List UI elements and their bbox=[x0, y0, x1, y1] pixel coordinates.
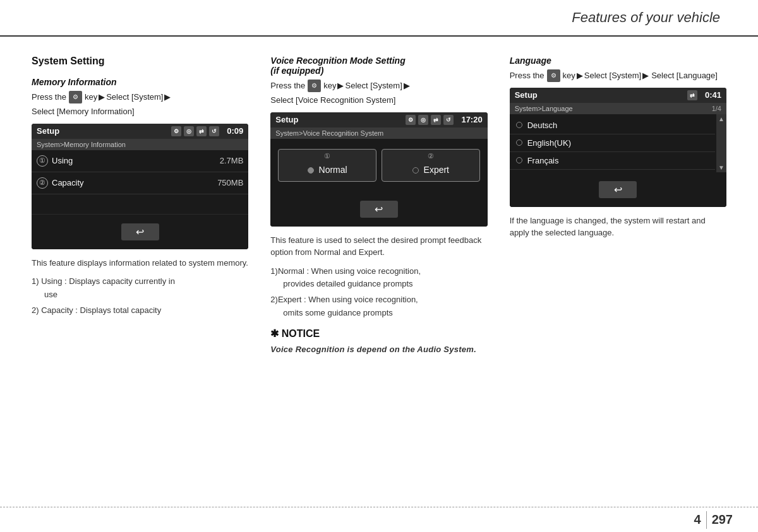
vr-icon-arrows: ⇄ bbox=[431, 115, 441, 125]
lang-select-system: Select [System] bbox=[584, 69, 641, 83]
lang-arrow1: ▶ bbox=[577, 69, 583, 83]
lang-item-francais[interactable]: Français bbox=[510, 152, 715, 170]
sub-title-language: Language bbox=[510, 56, 726, 66]
memory-screen-icons: ⚙ ◎ ⇄ ↺ 0:09 bbox=[171, 126, 243, 136]
vr-icon-gear: ⚙ bbox=[406, 115, 416, 125]
memory-back-btn[interactable]: ↩ bbox=[121, 223, 159, 240]
vr-title-line2: (if equipped) bbox=[270, 66, 323, 76]
scroll-down-icon: ▼ bbox=[718, 164, 725, 171]
vr-normal-dot bbox=[308, 167, 314, 174]
lang-item-english[interactable]: English(UK) bbox=[510, 134, 715, 152]
vr-expert-label: Expert bbox=[424, 165, 449, 175]
vr-list1-main: 1)Normal : When using voice recognition, bbox=[270, 266, 421, 276]
lang-screen-title: Setup bbox=[515, 90, 538, 100]
lang-screen-icons: ⇄ 0:41 bbox=[687, 90, 721, 100]
sub-title-vr: Voice Recognition Mode Setting (if equip… bbox=[270, 56, 487, 76]
memory-capacity-label: ② Capacity bbox=[37, 177, 84, 189]
lang-screen-time: 0:41 bbox=[705, 90, 721, 100]
press-text: Press the bbox=[32, 91, 66, 104]
lang-icon-arrows: ⇄ bbox=[687, 90, 697, 100]
lang-screen-subheader: System>Language 1/4 bbox=[510, 103, 726, 114]
arrow-icon2: ▶ bbox=[164, 91, 171, 104]
memory-empty-row bbox=[32, 194, 248, 215]
lang-label-deutsch: Deutsch bbox=[527, 121, 558, 130]
key-icon-lang: ⚙ bbox=[547, 69, 560, 82]
page-footer: 4 297 bbox=[0, 507, 758, 532]
key-icon-memory: ⚙ bbox=[69, 91, 82, 103]
memory-press-instruction: Press the ⚙ key ▶ Select [System] ▶ Sele… bbox=[32, 91, 248, 119]
capacity-value: 750MB bbox=[217, 178, 243, 187]
select-system-text: Select [System] bbox=[106, 91, 163, 104]
lang-screen: Setup ⇄ 0:41 System>Language 1/4 Deutsch bbox=[510, 88, 726, 207]
memory-subheader-text: System>Memory Information bbox=[37, 141, 126, 148]
vr-icon-refresh: ↺ bbox=[443, 115, 454, 125]
vr-screen-header: Setup ⚙ ◎ ⇄ ↺ 17:20 bbox=[270, 112, 487, 127]
memory-using-label: ① Using bbox=[37, 155, 73, 167]
lang-back-btn[interactable]: ↩ bbox=[599, 181, 637, 198]
lang-dot-deutsch bbox=[516, 122, 522, 128]
header-title: Features of your vehicle bbox=[572, 9, 720, 26]
vr-arrow1: ▶ bbox=[337, 80, 344, 93]
vr-back-btn[interactable]: ↩ bbox=[360, 201, 398, 218]
using-value: 2.7MB bbox=[220, 156, 244, 165]
gear-icon: ⚙ bbox=[73, 92, 78, 102]
section-title-system: System Setting bbox=[32, 56, 248, 67]
lang-fraction: 1/4 bbox=[712, 105, 721, 112]
vr-list1-indent: provides detailed guidance prompts bbox=[283, 279, 412, 288]
vr-expert-dot bbox=[412, 167, 419, 174]
lang-scrollbar[interactable]: ▲ ▼ bbox=[716, 114, 726, 172]
vr-normal-label: Normal bbox=[319, 165, 347, 175]
arrow-icon: ▶ bbox=[99, 91, 105, 104]
memory-screen: Setup ⚙ ◎ ⇄ ↺ 0:09 System>Memory Informa… bbox=[32, 124, 248, 249]
vr-num-1: ① bbox=[324, 152, 330, 160]
lang-desc: If the language is changed, the system w… bbox=[510, 215, 726, 239]
circle-num-1: ① bbox=[37, 155, 48, 167]
vr-press-instruction: Press the ⚙ key ▶ Select [System] ▶ Sele… bbox=[270, 80, 487, 107]
lang-screen-header: Setup ⇄ 0:41 bbox=[510, 88, 726, 103]
lang-list: Deutsch English(UK) Français bbox=[510, 114, 726, 172]
screen-icon-refresh: ↺ bbox=[209, 126, 219, 136]
vr-title-line1: Voice Recognition Mode Setting bbox=[270, 56, 405, 66]
memory-desc: This feature displays information relate… bbox=[32, 257, 248, 269]
notice-title: ✱ NOTICE bbox=[270, 328, 487, 340]
vr-arrow2: ▶ bbox=[404, 80, 410, 93]
memory-using-row: ① Using 2.7MB bbox=[32, 150, 248, 172]
footer-divider bbox=[706, 511, 707, 529]
vr-screen-subheader: System>Voice Recognition System bbox=[270, 127, 487, 139]
vr-option-normal[interactable]: ① Normal bbox=[278, 149, 376, 182]
screen-icon-circle: ◎ bbox=[184, 126, 194, 136]
select-memory-text: Select [Memory Information] bbox=[32, 105, 135, 119]
vr-subheader-text: System>Voice Recognition System bbox=[275, 129, 383, 137]
list1-indent: use bbox=[44, 290, 57, 299]
lang-press-instruction: Press the ⚙ key ▶ Select [System] ▶ Sele… bbox=[510, 69, 726, 83]
vr-list-item1: 1)Normal : When using voice recognition,… bbox=[270, 265, 487, 292]
memory-screen-title: Setup bbox=[37, 126, 59, 136]
lang-dot-francais bbox=[516, 157, 522, 163]
lang-dot-english bbox=[516, 139, 522, 146]
memory-screen-time: 0:09 bbox=[227, 126, 243, 136]
memory-screen-subheader: System>Memory Information bbox=[32, 139, 248, 150]
lang-key-text: key bbox=[563, 69, 575, 83]
page-number: 297 bbox=[712, 512, 733, 527]
lang-item-deutsch[interactable]: Deutsch bbox=[510, 117, 715, 134]
vr-list2-main: 2)Expert : When using voice recognition, bbox=[270, 295, 418, 304]
lang-arrow2: ▶ bbox=[642, 69, 649, 83]
vr-screen-title: Setup bbox=[275, 115, 298, 124]
lang-label-english: English(UK) bbox=[527, 138, 571, 148]
vr-option-normal-content: Normal bbox=[282, 165, 372, 175]
screen-icon-arrows: ⇄ bbox=[196, 126, 207, 136]
vr-option-expert[interactable]: ② Expert bbox=[382, 149, 480, 182]
page-number-container: 4 297 bbox=[694, 511, 733, 529]
capacity-label: Capacity bbox=[52, 178, 84, 187]
list1-main: 1) Using : Displays capacity currently i… bbox=[32, 276, 175, 286]
vr-select-vrs: Select [Voice Recognition System] bbox=[270, 94, 395, 107]
screen-icon-gear: ⚙ bbox=[171, 126, 181, 136]
lang-subheader-text: System>Language bbox=[515, 105, 573, 112]
memory-list-item1: 1) Using : Displays capacity currently i… bbox=[32, 275, 248, 302]
vr-options-container: ① Normal ② Expert bbox=[270, 139, 487, 192]
lang-select-lang: Select [Language] bbox=[651, 69, 718, 83]
page-header: Features of your vehicle bbox=[0, 0, 758, 37]
vr-desc: This feature is used to select the desir… bbox=[270, 234, 487, 259]
memory-screen-header: Setup ⚙ ◎ ⇄ ↺ 0:09 bbox=[32, 124, 248, 139]
chapter-number: 4 bbox=[694, 512, 701, 527]
